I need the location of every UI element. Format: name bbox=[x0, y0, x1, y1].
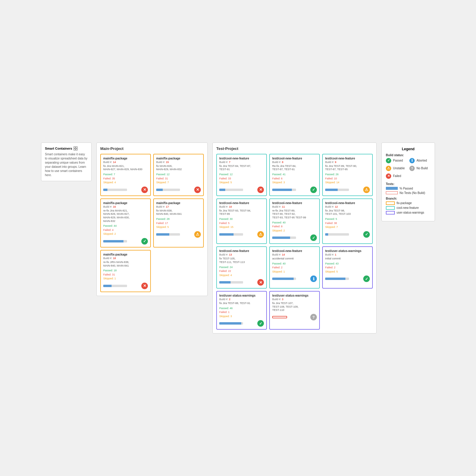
card-stats: Passed: 24 Failed: 22 Skipped: 4 bbox=[219, 265, 264, 278]
card-stats: Passed: 7 Failed: 35 Skipped: 4 bbox=[103, 173, 148, 185]
pct-passed-label: % Passed bbox=[400, 187, 413, 190]
card-branch: test/cool-new-feature bbox=[272, 249, 317, 253]
card-stats: Passed: 44 Failed: 4 Skipped: 2 bbox=[103, 224, 148, 236]
card-build: Build #: 14 bbox=[103, 161, 148, 164]
card-usw-3: test/user-status-warnings Build #: 3 fix… bbox=[269, 291, 320, 330]
card-build: Build #: 3 bbox=[272, 298, 317, 301]
card-branch: test/cool-new-feature bbox=[219, 249, 264, 253]
card-footer: ✕ bbox=[219, 279, 264, 286]
fix-package-color bbox=[386, 201, 395, 205]
card-build: Build #: 15 bbox=[156, 161, 201, 164]
grid-icon bbox=[73, 146, 78, 151]
card-footer: ✓ bbox=[325, 231, 370, 238]
status-icon-passed: ✓ bbox=[141, 238, 148, 245]
card-footer: ✓ bbox=[272, 187, 317, 193]
card-branch: test/user-status-warnings bbox=[272, 294, 317, 297]
card-build: Build #: 2 bbox=[219, 298, 264, 301]
status-icon-unstable: ⚠ bbox=[363, 187, 370, 193]
card-build: Build #: 16 bbox=[103, 205, 148, 208]
card-main-17: main/fix-package Build #: 17 fix MAIN-83… bbox=[153, 198, 204, 248]
status-icon-passed: ✓ bbox=[363, 231, 370, 238]
card-build: Build #: 12 bbox=[325, 205, 370, 208]
svg-rect-0 bbox=[74, 147, 75, 148]
main-container: Smart Containers Smart containers make i… bbox=[35, 137, 441, 340]
test-project-cards: test/cool-new-feature Build #: 7 fix Jir… bbox=[216, 154, 373, 330]
status-icon-nobuild: ? bbox=[310, 314, 317, 320]
status-icon-failed: ✕ bbox=[257, 187, 264, 193]
card-stats: Passed: 12 Failed: 33 Skipped: 5 bbox=[219, 173, 264, 185]
card-branch: test/user-status-warnings bbox=[219, 294, 264, 297]
card-desc: re-fix JIRA MAIN-838,MAIN-840, MAIN-841 bbox=[103, 261, 148, 267]
passed-label: Passed bbox=[393, 159, 403, 162]
progress-bar bbox=[103, 189, 127, 191]
card-build: Build #: 17 bbox=[156, 205, 201, 208]
card-footer: ✕ bbox=[103, 283, 148, 289]
passed-icon: ✓ bbox=[386, 158, 391, 163]
card-stats: Passed: 40 Failed: 8 Skipped: 2 bbox=[272, 221, 317, 233]
card-branch: test/cool-new-feature bbox=[272, 157, 317, 160]
card-footer: ✕ bbox=[103, 187, 148, 193]
card-stats: Passed: 43 Failed: 2 Skipped: 5 bbox=[325, 262, 370, 274]
card-desc: fix Jira TEST-88, TEST-91 bbox=[219, 302, 264, 305]
status-icon-failed: ✕ bbox=[141, 187, 148, 193]
progress-bar bbox=[272, 237, 296, 239]
progress-bar bbox=[156, 233, 180, 236]
user-status-warnings-label: user-status-warnings bbox=[397, 211, 424, 214]
branch-section: Branch: fix-package cool-new-feature use… bbox=[386, 197, 430, 214]
card-desc: accidental commit bbox=[272, 257, 317, 261]
test-project-panel: Test-Project test/cool-new-feature Build… bbox=[212, 143, 377, 334]
card-desc: fix MAIN-826,MAIN-829, MAIN-832 bbox=[156, 165, 201, 171]
status-icon-passed: ✓ bbox=[363, 275, 370, 282]
smart-containers-box: Smart Containers Smart containers make i… bbox=[41, 143, 92, 181]
progress-bar bbox=[103, 285, 127, 287]
card-test-8: test/cool-new-feature Build #: 8 Re-fix … bbox=[269, 154, 320, 196]
progress-bar bbox=[219, 233, 243, 236]
card-stats: Passed: 26 Failed: 10 Skipped: 14 bbox=[325, 173, 370, 185]
failed-icon: ✕ bbox=[386, 173, 391, 179]
status-icon-passed: ✓ bbox=[310, 187, 317, 193]
status-icon-unstable: ⚠ bbox=[194, 231, 201, 238]
failed-label: Failed bbox=[393, 174, 401, 178]
legend-unstable: ⚠ Unstable bbox=[386, 166, 407, 171]
card-stats: Passed: 40 Failed: 2 Skipped: 1 bbox=[272, 262, 317, 274]
no-tests-bar bbox=[272, 316, 287, 318]
tests-section: Tests: % Passed No Tests (No Build) bbox=[386, 182, 430, 195]
card-footer: ✓ bbox=[325, 275, 370, 282]
card-branch: main/fix-package bbox=[103, 201, 148, 205]
legend-fix-package: fix-package bbox=[386, 201, 430, 205]
card-footer: ⚠ bbox=[219, 231, 264, 238]
card-build: Build #: 14 bbox=[272, 253, 317, 256]
card-stats: Passed: 46 Failed: 1 Skipped: 3 bbox=[219, 306, 264, 319]
card-usw-1: test/user-status-warnings Build #: 1 ini… bbox=[322, 246, 373, 289]
legend-aborted: ℹ Aborted bbox=[409, 158, 430, 163]
unstable-icon: ⚠ bbox=[386, 166, 391, 171]
card-desc: fix Jira MAIN-821,MAIN-827, MAIN-829, MA… bbox=[103, 165, 148, 171]
card-desc: fix Jira TEST-107,TEST-108, TEST-109,TES… bbox=[272, 302, 317, 312]
card-branch: main/fix-package bbox=[156, 157, 201, 160]
smart-containers-title: Smart Containers bbox=[45, 146, 88, 151]
progress-bar bbox=[219, 281, 243, 284]
card-usw-2: test/user-status-warnings Build #: 2 fix… bbox=[216, 291, 267, 330]
card-build: Build #: 18 bbox=[103, 257, 148, 260]
card-footer: ✓ bbox=[219, 320, 264, 327]
status-icon-failed: ✕ bbox=[194, 187, 201, 193]
card-branch: test/cool-new-feature bbox=[325, 157, 370, 160]
build-status-section: Build status: ✓ Passed ℹ Aborted ⚠ Unsta… bbox=[386, 154, 430, 180]
card-desc: fix Jira TEST-98,TEST-101, TEST-103 bbox=[325, 209, 370, 216]
card-desc: re-fix Jira TEST-89,TEST-90, TEST-92,TES… bbox=[272, 209, 317, 220]
status-icon-aborted: ℹ bbox=[310, 275, 317, 282]
card-desc: initial commit bbox=[325, 257, 370, 261]
card-footer: ℹ bbox=[272, 275, 317, 282]
card-branch: test/cool-new-feature bbox=[219, 157, 264, 160]
spacer bbox=[322, 291, 373, 330]
card-build: Build #: 7 bbox=[219, 161, 264, 164]
aborted-label: Aborted bbox=[416, 159, 427, 162]
card-desc: fix Jira TEST-89, TEST-90,TEST-87, TEST-… bbox=[325, 165, 370, 171]
card-branch: test/cool-new-feature bbox=[325, 201, 370, 205]
status-icon-failed: ✕ bbox=[141, 283, 148, 289]
card-test-10: test/cool-new-feature Build #: 10 fix Ji… bbox=[216, 198, 267, 244]
card-branch: main/fix-package bbox=[103, 157, 148, 160]
progress-bar bbox=[156, 189, 180, 191]
status-icon-unstable: ⚠ bbox=[257, 231, 264, 238]
no-tests-label: No Tests (No Build) bbox=[400, 191, 425, 195]
